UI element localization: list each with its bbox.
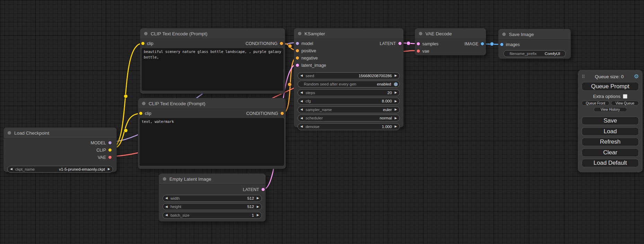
increment-arrow-icon[interactable]: ▶ bbox=[395, 91, 397, 94]
toggle-circle-icon[interactable] bbox=[394, 82, 398, 86]
node-title: CLIP Text Encode (Prompt) bbox=[149, 101, 205, 106]
node-title: KSampler bbox=[305, 31, 325, 36]
conditioning-output-port[interactable] bbox=[281, 112, 284, 115]
drag-handle-icon[interactable]: ⠿ bbox=[582, 74, 585, 79]
latent-image-input-port[interactable] bbox=[296, 64, 299, 67]
increment-arrow-icon[interactable]: ▶ bbox=[395, 74, 397, 77]
node-title-bar[interactable]: CLIP Text Encode (Prompt) bbox=[140, 28, 285, 39]
height-widget[interactable]: ◀ height 512 ▶ bbox=[162, 203, 262, 210]
node-title-bar[interactable]: Save Image bbox=[499, 29, 571, 40]
decrement-arrow-icon[interactable]: ◀ bbox=[300, 108, 303, 111]
scheduler-widget[interactable]: ◀ scheduler normal ▶ bbox=[298, 115, 400, 121]
node-save-image[interactable]: Save Image images filename_prefix ComfyU… bbox=[498, 29, 571, 59]
input-label-negative: negative bbox=[301, 56, 318, 61]
collapse-dot-icon[interactable] bbox=[298, 32, 301, 35]
output-label-model: MODEL bbox=[91, 141, 106, 145]
node-ksampler[interactable]: KSampler model LATENT positive negative bbox=[294, 28, 404, 127]
increment-arrow-icon[interactable]: ▶ bbox=[257, 214, 259, 217]
output-label-latent: LATENT bbox=[243, 187, 259, 192]
input-label-samples: samples bbox=[422, 42, 439, 46]
collapse-dot-icon[interactable] bbox=[142, 102, 145, 105]
increment-arrow-icon[interactable]: ▶ bbox=[395, 117, 397, 120]
collapse-dot-icon[interactable] bbox=[163, 177, 166, 181]
output-label-latent: LATENT bbox=[380, 41, 396, 46]
load-button[interactable]: Load bbox=[582, 127, 639, 136]
increment-arrow-icon[interactable]: ▶ bbox=[395, 108, 397, 111]
vae-output-port[interactable] bbox=[108, 156, 112, 159]
latent-output-port[interactable] bbox=[398, 42, 402, 45]
clip-input-port[interactable] bbox=[141, 42, 144, 45]
queue-front-button[interactable]: Queue Front bbox=[582, 101, 609, 106]
clip-output-port[interactable] bbox=[108, 148, 112, 152]
increment-arrow-icon[interactable]: ▶ bbox=[395, 125, 397, 128]
settings-gear-icon[interactable]: ⚙ bbox=[634, 74, 639, 79]
collapse-dot-icon[interactable] bbox=[144, 32, 148, 35]
steps-widget[interactable]: ◀ steps 20 ▶ bbox=[298, 89, 400, 96]
clip-input-port[interactable] bbox=[139, 112, 142, 115]
decrement-arrow-icon[interactable]: ◀ bbox=[165, 197, 168, 200]
input-label-latent-image: latent_image bbox=[301, 63, 326, 68]
node-title: VAE Decode bbox=[425, 31, 452, 36]
load-default-button[interactable]: Load Default bbox=[582, 159, 639, 167]
increment-arrow-icon[interactable]: ▶ bbox=[257, 205, 259, 208]
node-vae-decode[interactable]: VAE Decode samples IMAGE vae bbox=[415, 28, 486, 55]
node-title: Empty Latent Image bbox=[169, 177, 211, 182]
node-graph-canvas[interactable]: Load Checkpoint MODEL CLIP VAE ◀ ckpt_na… bbox=[0, 0, 644, 244]
node-title-bar[interactable]: Load Checkpoint bbox=[4, 128, 116, 138]
save-button[interactable]: Save bbox=[582, 117, 639, 125]
image-output-port[interactable] bbox=[481, 42, 484, 45]
random-seed-toggle-widget[interactable]: Random seed after every gen enabled bbox=[298, 81, 400, 88]
view-history-button[interactable]: View History bbox=[594, 107, 627, 112]
refresh-button[interactable]: Refresh bbox=[582, 138, 639, 146]
node-title-bar[interactable]: VAE Decode bbox=[415, 28, 486, 39]
images-input-port[interactable] bbox=[500, 43, 503, 46]
decrement-arrow-icon[interactable]: ◀ bbox=[165, 214, 168, 217]
collapse-dot-icon[interactable] bbox=[502, 33, 506, 36]
increment-arrow-icon[interactable]: ▶ bbox=[108, 168, 110, 171]
node-empty-latent-image[interactable]: Empty Latent Image LATENT ◀ width 512 ▶ … bbox=[159, 173, 266, 222]
increment-arrow-icon[interactable]: ▶ bbox=[257, 197, 259, 200]
decrement-arrow-icon[interactable]: ◀ bbox=[165, 205, 168, 208]
decrement-arrow-icon[interactable]: ◀ bbox=[300, 117, 303, 120]
negative-input-port[interactable] bbox=[296, 56, 299, 60]
decrement-arrow-icon[interactable]: ◀ bbox=[300, 74, 303, 77]
decrement-arrow-icon[interactable]: ◀ bbox=[300, 91, 303, 94]
collapse-dot-icon[interactable] bbox=[419, 32, 422, 35]
negative-prompt-textarea[interactable]: text, watermark bbox=[140, 118, 284, 166]
decrement-arrow-icon[interactable]: ◀ bbox=[300, 100, 303, 103]
model-output-port[interactable] bbox=[108, 141, 112, 144]
view-queue-button[interactable]: View Queue bbox=[611, 101, 639, 106]
batch-size-widget[interactable]: ◀ batch_size 1 ▶ bbox=[162, 212, 262, 219]
extra-options-checkbox[interactable] bbox=[623, 94, 627, 99]
clear-button[interactable]: Clear bbox=[582, 148, 639, 157]
collapse-dot-icon[interactable] bbox=[8, 131, 11, 135]
vae-input-port[interactable] bbox=[417, 49, 420, 53]
width-widget[interactable]: ◀ width 512 ▶ bbox=[162, 195, 262, 202]
positive-input-port[interactable] bbox=[296, 49, 299, 52]
input-label-positive: positive bbox=[301, 48, 316, 53]
node-title-bar[interactable]: KSampler bbox=[294, 28, 403, 39]
seed-widget[interactable]: ◀ seed 156680208700286 ▶ bbox=[298, 72, 400, 79]
ckpt-name-widget[interactable]: ◀ ckpt_name v1-5-pruned-emaonly.ckpt ▶ bbox=[7, 166, 113, 173]
input-label-clip: clip bbox=[147, 41, 153, 46]
decrement-arrow-icon[interactable]: ◀ bbox=[10, 168, 12, 171]
node-title-bar[interactable]: Empty Latent Image bbox=[159, 174, 265, 184]
cfg-widget[interactable]: ◀ cfg 8.000 ▶ bbox=[298, 98, 400, 105]
node-clip-text-encode-positive[interactable]: CLIP Text Encode (Prompt) clip CONDITION… bbox=[140, 28, 285, 94]
queue-prompt-button[interactable]: Queue Prompt bbox=[582, 82, 639, 91]
output-label-image: IMAGE bbox=[465, 42, 478, 46]
output-label-clip: CLIP bbox=[96, 148, 106, 153]
latent-output-port[interactable] bbox=[262, 188, 265, 191]
filename-prefix-widget[interactable]: filename_prefix ComfyUI bbox=[503, 50, 566, 57]
decrement-arrow-icon[interactable]: ◀ bbox=[300, 125, 303, 128]
samples-input-port[interactable] bbox=[417, 42, 420, 45]
sampler-name-widget[interactable]: ◀ sampler_name euler ▶ bbox=[298, 106, 400, 113]
node-clip-text-encode-negative[interactable]: CLIP Text Encode (Prompt) clip CONDITION… bbox=[138, 98, 286, 169]
denoise-widget[interactable]: ◀ denoise 1.000 ▶ bbox=[298, 123, 400, 130]
positive-prompt-textarea[interactable]: beautiful scenery nature glass bottle la… bbox=[142, 48, 283, 91]
increment-arrow-icon[interactable]: ▶ bbox=[395, 100, 397, 103]
node-title-bar[interactable]: CLIP Text Encode (Prompt) bbox=[138, 98, 285, 109]
model-input-port[interactable] bbox=[296, 42, 299, 45]
conditioning-output-port[interactable] bbox=[280, 42, 283, 45]
node-load-checkpoint[interactable]: Load Checkpoint MODEL CLIP VAE ◀ ckpt_na… bbox=[3, 127, 117, 172]
